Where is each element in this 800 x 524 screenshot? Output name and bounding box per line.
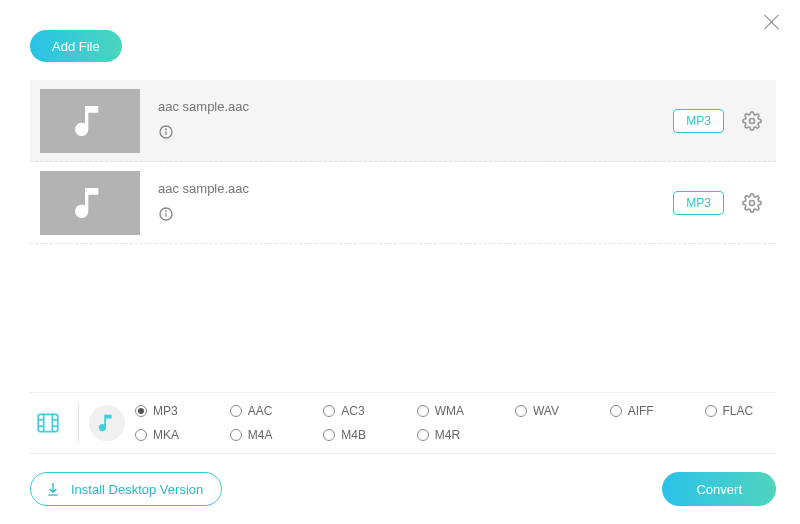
format-label: WMA — [435, 404, 464, 418]
file-meta: aac sample.aac — [158, 99, 673, 143]
format-option-flac[interactable]: FLAC — [705, 404, 777, 418]
radio-icon — [610, 405, 622, 417]
file-meta: aac sample.aac — [158, 181, 673, 225]
format-badge[interactable]: MP3 — [673, 191, 724, 215]
install-label: Install Desktop Version — [71, 482, 203, 497]
file-name: aac sample.aac — [158, 99, 673, 114]
radio-icon — [323, 429, 335, 441]
footer: Install Desktop Version Convert — [30, 472, 776, 506]
format-option-aac[interactable]: AAC — [230, 404, 295, 418]
svg-rect-8 — [38, 414, 58, 431]
format-label: WAV — [533, 404, 559, 418]
convert-button[interactable]: Convert — [662, 472, 776, 506]
file-name: aac sample.aac — [158, 181, 673, 196]
audio-category-icon[interactable] — [89, 405, 125, 441]
format-option-ac3[interactable]: AC3 — [323, 404, 388, 418]
settings-gear-icon[interactable] — [738, 107, 766, 135]
format-label: MKA — [153, 428, 179, 442]
format-label: AIFF — [628, 404, 654, 418]
add-file-button[interactable]: Add File — [30, 30, 122, 62]
video-category-icon[interactable] — [30, 405, 66, 441]
radio-icon — [230, 405, 242, 417]
format-option-aiff[interactable]: AIFF — [610, 404, 677, 418]
svg-point-3 — [750, 118, 755, 123]
format-label: M4A — [248, 428, 273, 442]
format-bar: MP3AACAC3WMAWAVAIFFFLACMKAM4AM4BM4R — [30, 392, 776, 454]
music-note-icon — [70, 183, 110, 223]
settings-gear-icon[interactable] — [738, 189, 766, 217]
info-icon[interactable] — [158, 124, 673, 143]
format-option-m4r[interactable]: M4R — [417, 428, 487, 442]
format-label: AAC — [248, 404, 273, 418]
install-desktop-button[interactable]: Install Desktop Version — [30, 472, 222, 506]
radio-icon — [417, 405, 429, 417]
format-badge[interactable]: MP3 — [673, 109, 724, 133]
radio-icon — [230, 429, 242, 441]
radio-icon — [417, 429, 429, 441]
format-option-m4a[interactable]: M4A — [230, 428, 295, 442]
format-option-wma[interactable]: WMA — [417, 404, 487, 418]
format-label: M4B — [341, 428, 366, 442]
format-label: FLAC — [723, 404, 754, 418]
format-option-mp3[interactable]: MP3 — [135, 404, 202, 418]
format-label: MP3 — [153, 404, 178, 418]
radio-icon — [135, 405, 147, 417]
radio-icon — [135, 429, 147, 441]
file-item[interactable]: aac sample.aac MP3 — [30, 80, 776, 162]
radio-icon — [323, 405, 335, 417]
format-label: M4R — [435, 428, 460, 442]
format-options: MP3AACAC3WMAWAVAIFFFLACMKAM4AM4BM4R — [131, 404, 776, 442]
format-label: AC3 — [341, 404, 364, 418]
radio-icon — [515, 405, 527, 417]
svg-point-2 — [166, 129, 167, 130]
file-thumbnail — [40, 89, 140, 153]
format-option-m4b[interactable]: M4B — [323, 428, 388, 442]
file-item[interactable]: aac sample.aac MP3 — [30, 162, 776, 244]
info-icon[interactable] — [158, 206, 673, 225]
music-note-icon — [70, 101, 110, 141]
divider — [78, 403, 79, 443]
radio-icon — [705, 405, 717, 417]
file-thumbnail — [40, 171, 140, 235]
format-option-mka[interactable]: MKA — [135, 428, 202, 442]
file-list: aac sample.aac MP3 aac sample.aac MP3 — [30, 80, 776, 244]
svg-point-6 — [166, 211, 167, 212]
format-option-wav[interactable]: WAV — [515, 404, 582, 418]
download-icon — [45, 481, 61, 497]
svg-point-7 — [750, 200, 755, 205]
close-icon[interactable] — [762, 12, 782, 32]
